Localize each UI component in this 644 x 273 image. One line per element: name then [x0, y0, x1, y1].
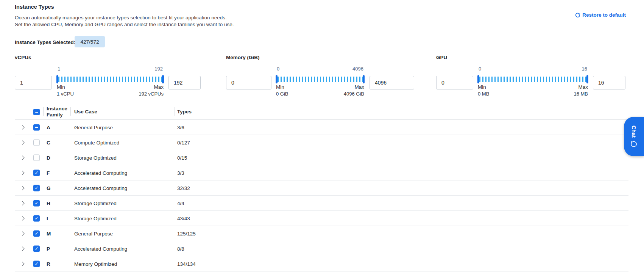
gpu-max-sublabel: 16 MB — [574, 91, 588, 97]
vcpus-max-input[interactable] — [168, 76, 201, 89]
family-cell: R — [47, 261, 50, 267]
row-checkbox[interactable] — [33, 185, 40, 191]
row-checkbox[interactable] — [33, 215, 40, 221]
family-cell: H — [47, 200, 50, 206]
use-case-cell: Memory Optimized — [74, 261, 117, 267]
family-cell: M — [47, 231, 51, 236]
memory-slider-max-value: 4096 — [352, 66, 363, 72]
gpu-min-label: Min — [478, 84, 486, 90]
table-row: F Accelerated Computing 3/3 — [15, 165, 628, 180]
memory-slider-min-handle[interactable] — [276, 75, 278, 83]
vcpus-min-sublabel: 1 vCPU — [57, 91, 74, 97]
gpu-max-label: Max — [578, 84, 588, 90]
row-checkbox[interactable] — [33, 260, 40, 267]
vcpus-min-label: Min — [57, 84, 65, 90]
row-checkbox[interactable] — [33, 200, 40, 206]
gpu-slider-max-handle[interactable] — [586, 75, 588, 83]
memory-slider-ticks — [278, 77, 363, 82]
chevron-right-icon — [20, 186, 24, 190]
row-expand-button[interactable] — [19, 154, 26, 161]
vcpus-max-label: Max — [154, 84, 164, 90]
types-cell: 32/32 — [177, 185, 190, 191]
row-expand-button[interactable] — [19, 245, 26, 252]
memory-section-label: Memory (GiB) — [226, 55, 260, 60]
types-cell: 3/6 — [177, 124, 184, 130]
row-expand-button[interactable] — [19, 124, 26, 131]
use-case-cell: Compute Optimized — [74, 140, 119, 145]
vcpus-slider-min-handle[interactable] — [56, 75, 58, 83]
use-case-cell: Accelerated Computing — [74, 170, 127, 176]
chat-button-label: Chat — [631, 126, 637, 138]
table-row: C Compute Optimized 0/127 — [15, 135, 628, 150]
vcpus-min-input[interactable] — [15, 76, 52, 89]
gpu-range-slider[interactable]: 0 16 Min Max 0 MB 16 MB — [478, 76, 588, 83]
row-expand-button[interactable] — [19, 169, 26, 176]
gpu-max-input[interactable] — [593, 76, 625, 89]
types-cell: 3/3 — [177, 170, 184, 176]
header-divider — [15, 29, 628, 29]
types-cell: 0/15 — [177, 155, 187, 160]
use-case-cell: Storage Optimized — [74, 200, 117, 206]
gpu-slider-min-value: 0 — [479, 66, 481, 72]
selected-count-badge: 427/572 — [75, 36, 105, 47]
family-cell: F — [47, 170, 50, 176]
chevron-right-icon — [20, 125, 24, 129]
types-cell: 0/127 — [177, 140, 190, 145]
chat-button[interactable]: Chat — [624, 117, 644, 156]
row-checkbox[interactable] — [33, 245, 40, 252]
gpu-min-input[interactable] — [436, 76, 473, 89]
gpu-slider-ticks — [479, 77, 586, 82]
family-cell: C — [47, 140, 50, 145]
restore-to-default-button[interactable]: Restore to default — [575, 12, 626, 18]
row-expand-button[interactable] — [19, 230, 26, 237]
memory-max-label: Max — [354, 84, 364, 90]
instance-types-selected-label: Instance Types Selected: — [15, 39, 75, 45]
types-cell: 43/43 — [177, 215, 190, 221]
types-cell: 8/8 — [177, 246, 184, 251]
row-checkbox[interactable] — [33, 154, 40, 161]
refresh-icon — [575, 13, 580, 18]
memory-min-input[interactable] — [226, 76, 271, 89]
chevron-right-icon — [20, 201, 24, 205]
memory-max-input[interactable] — [370, 76, 414, 89]
gpu-min-sublabel: 0 MB — [478, 91, 489, 97]
table-row: I Storage Optimized 43/43 — [15, 211, 628, 226]
memory-max-sublabel: 4096 GiB — [344, 91, 364, 97]
description-line-2: Set the allowed CPU, Memory and GPU rang… — [15, 22, 234, 27]
use-case-cell: Storage Optimized — [74, 155, 117, 160]
gpu-slider-min-handle[interactable] — [477, 75, 479, 83]
family-cell: G — [47, 185, 51, 191]
table-row: P Accelerated Computing 8/8 — [15, 241, 628, 256]
row-expand-button[interactable] — [19, 139, 26, 146]
memory-slider-max-handle[interactable] — [363, 75, 365, 83]
row-checkbox[interactable] — [33, 230, 40, 237]
vcpus-max-sublabel: 192 vCPUs — [139, 91, 164, 97]
memory-min-sublabel: 0 GiB — [276, 91, 288, 97]
use-case-cell: General Purpose — [74, 124, 113, 130]
row-expand-button[interactable] — [19, 215, 26, 222]
row-expand-button[interactable] — [19, 260, 26, 267]
row-checkbox[interactable] — [33, 139, 40, 146]
header-separator — [70, 107, 71, 116]
vcpus-slider-max-handle[interactable] — [162, 75, 164, 83]
memory-range-slider[interactable]: 0 4096 Min Max 0 GiB 4096 GiB — [276, 76, 364, 83]
row-checkbox[interactable] — [33, 169, 40, 176]
row-expand-button[interactable] — [19, 185, 26, 191]
vcpus-range-slider[interactable]: 1 192 Min Max 1 vCPU 192 vCPUs — [57, 76, 164, 83]
table-row: D Storage Optimized 0/15 — [15, 150, 628, 165]
row-checkbox[interactable] — [33, 124, 40, 130]
page-title: Instance Types — [15, 4, 54, 10]
gpu-slider-max-value: 16 — [582, 66, 587, 72]
memory-slider-min-value: 0 — [277, 66, 279, 72]
use-case-cell: Accelerated Computing — [74, 246, 127, 251]
header-separator — [175, 107, 175, 116]
table-row: A General Purpose 3/6 — [15, 120, 628, 135]
column-header-instance-family: Instance Family — [47, 106, 71, 118]
row-expand-button[interactable] — [19, 200, 26, 207]
vcpus-slider-max-value: 192 — [154, 66, 163, 72]
select-all-checkbox[interactable] — [33, 109, 40, 115]
use-case-cell: Accelerated Computing — [74, 185, 127, 191]
chat-bubble-icon — [631, 141, 638, 147]
vcpus-slider-ticks — [58, 77, 162, 82]
chevron-right-icon — [20, 246, 24, 251]
